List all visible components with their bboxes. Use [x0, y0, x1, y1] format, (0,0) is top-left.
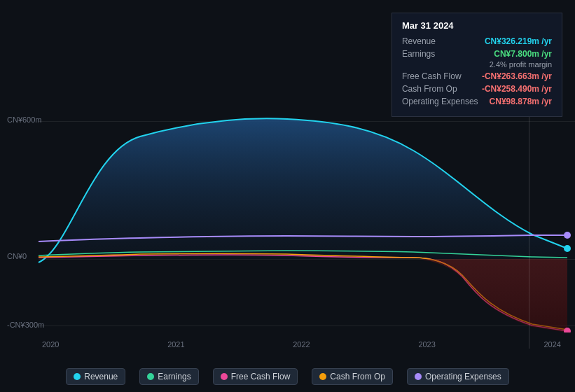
legend-cashop[interactable]: Cash From Op	[312, 368, 393, 385]
tooltip-opex-value: CN¥98.878m /yr	[490, 97, 552, 106]
tooltip-profit-margin: 2.4% profit margin	[402, 60, 552, 69]
tooltip-opex-row: Operating Expenses CN¥98.878m /yr	[402, 97, 552, 106]
legend-opex[interactable]: Operating Expenses	[407, 368, 509, 385]
legend-cashop-label: Cash From Op	[330, 372, 385, 382]
negative-fill	[413, 259, 567, 332]
x-label-2020: 2020	[42, 340, 59, 349]
tooltip-earnings-row: Earnings CN¥7.800m /yr	[402, 49, 552, 59]
tooltip-panel: Mar 31 2024 Revenue CN¥326.219m /yr Earn…	[392, 13, 562, 117]
legend-cashop-dot	[319, 373, 326, 380]
chart-svg	[0, 108, 575, 332]
legend-opex-dot	[415, 373, 422, 380]
revenue-end-dot	[564, 245, 571, 252]
legend-opex-label: Operating Expenses	[425, 372, 501, 382]
tooltip-revenue-label: Revenue	[402, 36, 436, 46]
legend-revenue[interactable]: Revenue	[66, 368, 125, 385]
legend-revenue-label: Revenue	[84, 372, 118, 382]
legend-earnings[interactable]: Earnings	[139, 368, 198, 385]
legend-earnings-dot	[147, 373, 154, 380]
opex-end-dot	[564, 232, 571, 239]
legend-fcf[interactable]: Free Cash Flow	[213, 368, 298, 385]
tooltip-fcf-row: Free Cash Flow -CN¥263.663m /yr	[402, 71, 552, 81]
legend-fcf-dot	[221, 373, 228, 380]
x-label-2021: 2021	[167, 340, 184, 349]
legend-fcf-label: Free Cash Flow	[231, 372, 291, 382]
tooltip-earnings-value: CN¥7.800m /yr	[494, 49, 552, 59]
tooltip-revenue-value: CN¥326.219m /yr	[485, 36, 552, 46]
legend-revenue-dot	[74, 373, 81, 380]
tooltip-cashop-value: -CN¥258.490m /yr	[482, 84, 552, 94]
x-labels: 2020 2021 2022 2023 2024	[0, 340, 575, 349]
tooltip-fcf-label: Free Cash Flow	[402, 71, 462, 81]
tooltip-revenue-row: Revenue CN¥326.219m /yr	[402, 36, 552, 46]
tooltip-cashop-row: Cash From Op -CN¥258.490m /yr	[402, 84, 552, 94]
legend-earnings-label: Earnings	[158, 372, 190, 382]
tooltip-date: Mar 31 2024	[402, 20, 552, 31]
chart-legend: Revenue Earnings Free Cash Flow Cash Fro…	[0, 368, 575, 385]
x-label-2024: 2024	[544, 340, 561, 349]
tooltip-opex-label: Operating Expenses	[402, 97, 478, 106]
x-label-2023: 2023	[418, 340, 435, 349]
cursor-line	[529, 108, 529, 349]
tooltip-cashop-label: Cash From Op	[402, 84, 457, 94]
tooltip-earnings-label: Earnings	[402, 49, 435, 59]
revenue-fill	[39, 118, 567, 262]
tooltip-fcf-value: -CN¥263.663m /yr	[482, 71, 552, 81]
x-label-2022: 2022	[293, 340, 310, 349]
